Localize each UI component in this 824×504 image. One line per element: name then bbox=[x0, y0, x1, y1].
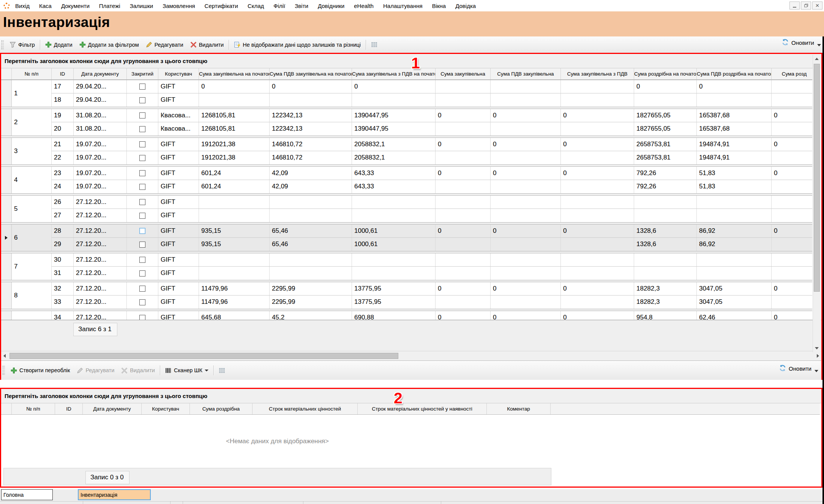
сканер-button[interactable]: Сканер ШК bbox=[162, 365, 212, 376]
видалити-button[interactable]: Видалити bbox=[187, 39, 227, 51]
grid2-column-header[interactable]: № п/п bbox=[12, 403, 55, 414]
grid1-column-header[interactable]: Сума роздрібна на початок bbox=[634, 68, 697, 79]
table-row[interactable]: 2627.12.20...GIFT bbox=[52, 196, 812, 209]
menu-item-15[interactable]: Довідка bbox=[455, 3, 476, 9]
не-button[interactable]: Не відображати дані щодо залишків та різ… bbox=[230, 39, 364, 51]
menu-item-9[interactable]: Філії bbox=[273, 3, 285, 9]
toolbar-grip[interactable] bbox=[2, 40, 4, 49]
grid1-column-header[interactable]: ID bbox=[52, 68, 74, 79]
menu-item-8[interactable]: Склад bbox=[248, 3, 264, 9]
refresh-button-bottom[interactable]: Оновити bbox=[779, 365, 811, 373]
closed-checkbox[interactable] bbox=[139, 126, 145, 132]
menu-item-3[interactable]: Документи bbox=[61, 3, 90, 9]
closed-checkbox[interactable] bbox=[139, 242, 145, 248]
table-row[interactable]: 2219.07.20...GIFT1912021,38146810,722058… bbox=[52, 151, 812, 164]
closed-checkbox[interactable] bbox=[139, 257, 145, 263]
horizontal-scroll-thumb[interactable] bbox=[9, 353, 398, 359]
grid1-column-header[interactable]: Сума закупівельна на початок bbox=[199, 68, 270, 79]
table-row[interactable]: 3427.12.20...GIFT645,6845,2690,88000954,… bbox=[52, 311, 812, 320]
menu-item-11[interactable]: Довідники bbox=[318, 3, 344, 9]
grid1-column-header[interactable]: № п/п bbox=[12, 68, 52, 79]
grid2-column-header[interactable]: Строк матеріальних цінностей у наявності bbox=[358, 403, 487, 414]
table-row[interactable]: 1829.04.20...GIFT bbox=[52, 93, 812, 107]
tab-home[interactable]: Головна bbox=[1, 489, 53, 500]
table-row[interactable]: 2419.07.20...GIFT601,2442,09643,33792,26… bbox=[52, 180, 812, 193]
vertical-scroll-thumb[interactable] bbox=[814, 64, 820, 292]
closed-checkbox[interactable] bbox=[139, 270, 145, 276]
grid1-column-header[interactable]: Сума ПДВ закупівельна на початок bbox=[270, 68, 352, 79]
closed-checkbox[interactable] bbox=[139, 299, 145, 305]
table-row[interactable]: 1931.08.20...Квасова...1268105,81122342,… bbox=[52, 109, 812, 122]
closed-checkbox[interactable] bbox=[139, 141, 145, 147]
grid2-column-header[interactable]: Коментар bbox=[487, 403, 551, 414]
grid2-column-header[interactable]: Сума роздрібна bbox=[190, 403, 253, 414]
grid1-column-header[interactable]: Сума розд bbox=[772, 68, 812, 79]
створити-button[interactable]: Створити переоблік bbox=[7, 365, 73, 376]
додати-button[interactable]: Додати за фільтром bbox=[76, 39, 142, 51]
menu-item-12[interactable]: eHealth bbox=[354, 3, 374, 9]
grid1-column-header[interactable]: Сума закупівельна bbox=[436, 68, 491, 79]
toolbar-overflow-caret-icon[interactable] bbox=[815, 370, 818, 372]
closed-checkbox[interactable] bbox=[139, 228, 145, 234]
grid1-column-header[interactable]: Сума закупівельна з ПДВ bbox=[561, 68, 634, 79]
closed-checkbox[interactable] bbox=[139, 84, 145, 90]
menu-item-7[interactable]: Сертифікати bbox=[205, 3, 238, 9]
table-row[interactable]: 2119.07.20...GIFT1912021,38146810,722058… bbox=[52, 138, 812, 151]
grid1-column-header[interactable]: Користувач bbox=[158, 68, 199, 79]
tab-inventory[interactable]: Інвентаризація bbox=[78, 489, 151, 500]
refresh-button-top[interactable]: Оновити bbox=[782, 39, 814, 47]
grid1-column-header[interactable]: Сума ПДВ закупівельна bbox=[491, 68, 561, 79]
scroll-up-icon[interactable] bbox=[815, 58, 819, 60]
closed-checkbox[interactable] bbox=[139, 199, 145, 205]
редагувати-button[interactable]: Редагувати bbox=[142, 39, 187, 51]
table-row[interactable]: 3327.12.20...GIFT11479,962295,9913775,95… bbox=[52, 295, 812, 309]
table-row[interactable]: 1729.04.20...GIFT00000 bbox=[52, 80, 812, 93]
grid1-column-header[interactable]: Дата документу bbox=[74, 68, 127, 79]
menu-item-2[interactable]: Каса bbox=[39, 3, 52, 9]
closed-checkbox[interactable] bbox=[139, 112, 145, 118]
closed-checkbox[interactable] bbox=[139, 97, 145, 103]
closed-checkbox[interactable] bbox=[139, 286, 145, 292]
table-row[interactable]: 3227.12.20...GIFT11479,962295,9913775,95… bbox=[52, 282, 812, 295]
grid2-column-header[interactable]: Користувач bbox=[142, 403, 190, 414]
menu-item-10[interactable]: Звіти bbox=[295, 3, 308, 9]
table-row[interactable]: 2927.12.20...GIFT935,1565,461000,611328,… bbox=[52, 238, 812, 251]
columns-button[interactable] bbox=[368, 39, 381, 51]
table-row[interactable]: 3127.12.20...GIFT bbox=[52, 267, 812, 280]
closed-checkbox[interactable] bbox=[139, 170, 145, 176]
table-row[interactable]: 2827.12.20...GIFT935,1565,461000,6100013… bbox=[52, 224, 812, 238]
grid1-column-header[interactable]: Сума закупівельна з ПДВ на початок bbox=[352, 68, 436, 79]
toolbar-overflow-caret-icon[interactable] bbox=[817, 44, 821, 46]
menu-item-1[interactable]: Вихід bbox=[15, 3, 30, 9]
menu-item-14[interactable]: Вікна bbox=[432, 3, 446, 9]
toolbar-grip[interactable] bbox=[3, 366, 5, 375]
close-button[interactable]: × bbox=[812, 2, 822, 9]
vertical-scrollbar[interactable] bbox=[813, 55, 821, 352]
grid1-column-header[interactable]: Сума ПДВ роздрібна на початок bbox=[697, 68, 772, 79]
closed-checkbox[interactable] bbox=[139, 184, 145, 190]
closed-checkbox[interactable] bbox=[139, 315, 145, 320]
menu-item-5[interactable]: Залишки bbox=[130, 3, 153, 9]
horizontal-scrollbar[interactable] bbox=[1, 351, 821, 360]
scroll-left-icon[interactable] bbox=[3, 354, 6, 358]
menu-item-13[interactable]: Налаштування bbox=[383, 3, 423, 9]
фільтр-button[interactable]: Фільтр bbox=[6, 39, 38, 51]
menu-item-6[interactable]: Замовлення bbox=[163, 3, 195, 9]
grid2-column-header[interactable]: Строк матеріальних цінностей bbox=[253, 403, 358, 414]
minimize-button[interactable] bbox=[789, 2, 800, 9]
grid1-column-header[interactable]: Закритий bbox=[127, 68, 158, 79]
closed-checkbox[interactable] bbox=[139, 213, 145, 219]
додати-button[interactable]: Додати bbox=[42, 39, 76, 51]
grid2-column-header[interactable]: Дата документу bbox=[83, 403, 142, 414]
table-row[interactable]: 2319.07.20...GIFT601,2442,09643,33000792… bbox=[52, 167, 812, 180]
scroll-right-icon[interactable] bbox=[817, 354, 819, 358]
columns-button[interactable] bbox=[215, 365, 229, 376]
restore-button[interactable] bbox=[801, 2, 811, 9]
table-row[interactable]: 2031.08.20...Квасова...1268105,81122342,… bbox=[52, 122, 812, 136]
menu-item-4[interactable]: Платежі bbox=[99, 3, 120, 9]
table-row[interactable]: 3027.12.20...GIFT bbox=[52, 253, 812, 267]
closed-checkbox[interactable] bbox=[139, 155, 145, 161]
scroll-down-icon[interactable] bbox=[815, 347, 819, 349]
table-row[interactable]: 2727.12.20...GIFT bbox=[52, 209, 812, 222]
grid2-column-header[interactable]: ID bbox=[55, 403, 83, 414]
